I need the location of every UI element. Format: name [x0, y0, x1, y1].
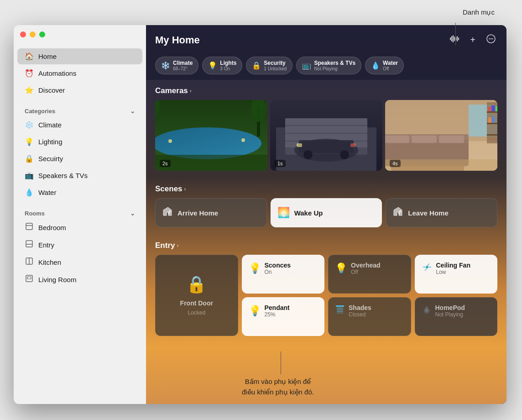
sidebar-item-kitchen[interactable]: Kitchen [17, 254, 142, 270]
sidebar-item-lighting-label: Lighting [38, 138, 63, 146]
device-card-homepod[interactable]: HomePod Not Playing [415, 297, 498, 336]
overhead-row: 💡 Overhead Off [335, 262, 404, 275]
sidebar-item-bedroom[interactable]: Bedroom [17, 219, 142, 236]
cameras-section-header[interactable]: Cameras › [146, 80, 506, 100]
sidebar-item-climate-label: Climate [38, 121, 62, 129]
speakers-status-text: Speakers & TVs Not Playing [314, 60, 355, 71]
minimize-button[interactable] [30, 31, 36, 37]
rooms-section-header: Rooms ⌄ [17, 205, 142, 219]
svg-rect-75 [337, 310, 343, 310]
maximize-button[interactable] [39, 31, 45, 37]
scenes-chevron-icon: › [184, 186, 186, 192]
water-status-text: Water Off [383, 60, 398, 71]
scenes-section-header[interactable]: Scenes › [146, 178, 506, 198]
shades-info: Shades Closed [349, 304, 371, 318]
sidebar-item-discover[interactable]: ⭐ Discover [17, 82, 142, 98]
status-pill-water[interactable]: 💧 Water Off [365, 57, 404, 74]
device-card-ceiling-fan[interactable]: Ceiling Fan Low [415, 255, 498, 294]
status-pill-security[interactable]: 🔒 Security 1 Unlocked [246, 57, 292, 74]
device-card-overhead[interactable]: 💡 Overhead Off [328, 255, 411, 294]
entry-section-header[interactable]: Entry › [146, 235, 506, 255]
svg-rect-55 [488, 117, 491, 123]
overhead-icon: 💡 [335, 262, 347, 274]
lights-status-icon: 💡 [208, 61, 217, 70]
ceiling-fan-info: Ceiling Fan Low [436, 262, 470, 275]
front-door-lock-icon: 🔒 [186, 275, 207, 294]
device-card-sconces[interactable]: 💡 Sconces On [242, 255, 325, 294]
camera-garage-timestamp: 1s [275, 160, 286, 167]
sidebar-item-lighting[interactable]: 💡 Lighting [17, 134, 142, 150]
scene-leave-home-label: Leave Home [408, 209, 448, 217]
annotation-bottom-label: Bấm vào phụ kiện đểđiều khiển phụ kiện đ… [242, 377, 314, 397]
ceiling-fan-row: Ceiling Fan Low [422, 262, 491, 275]
pendant-name: Pendant [265, 304, 290, 311]
sidebar-item-climate[interactable]: ❄️ Climate [17, 117, 142, 133]
camera-grid: 2s [146, 100, 506, 178]
svg-point-64 [169, 210, 171, 212]
security-status-icon: 🔒 [252, 61, 261, 70]
lighting-icon: 💡 [25, 137, 34, 146]
rooms-chevron-icon: ⌄ [130, 210, 135, 217]
entry-chevron-icon: › [177, 242, 178, 249]
shades-icon [335, 304, 345, 317]
scene-arrive-home[interactable]: Arrive Home [155, 198, 267, 227]
sidebar-item-automations[interactable]: ⏰ Automations [17, 65, 142, 81]
sidebar-item-security-label: Secuirty [38, 155, 63, 163]
device-card-pendant[interactable]: 💡 Pendant 25% [242, 297, 325, 336]
front-door-status: Locked [188, 310, 205, 316]
homepod-info: HomePod Not Playing [435, 304, 465, 318]
sidebar-item-living-room[interactable]: Living Room [17, 271, 142, 288]
svg-line-71 [399, 213, 400, 213]
scene-leave-home[interactable]: Leave Home [386, 198, 497, 227]
sidebar-item-entry[interactable]: Entry [17, 236, 142, 253]
camera-living[interactable]: 4s [385, 100, 497, 171]
sidebar-item-automations-label: Automations [38, 69, 76, 77]
status-pill-speakers[interactable]: 📺 Speakers & TVs Not Playing [296, 57, 361, 74]
device-card-shades[interactable]: Shades Closed [328, 297, 411, 336]
sidebar-item-home[interactable]: 🏠 Home [17, 48, 142, 64]
svg-point-41 [303, 150, 313, 159]
ceiling-fan-icon [422, 262, 433, 275]
homepod-row: HomePod Not Playing [422, 304, 491, 318]
svg-rect-0 [26, 223, 32, 230]
camera-garage[interactable]: 1s [270, 100, 382, 171]
close-button[interactable] [20, 31, 26, 37]
main-header: My Home + [146, 25, 506, 53]
status-pill-climate[interactable]: ❄️ Climate 68–72° [155, 57, 198, 74]
svg-rect-11 [454, 37, 455, 41]
sidebar-item-speakers-label: Speakers & TVs [38, 172, 88, 179]
discover-icon: ⭐ [25, 86, 34, 94]
annotation-top-label: Danh mục [463, 8, 495, 16]
svg-rect-7 [27, 277, 31, 279]
add-button[interactable]: + [468, 33, 477, 47]
camera-living-feed [385, 100, 497, 171]
pendant-icon: 💡 [249, 305, 261, 317]
camera-living-timestamp: 4s [390, 160, 401, 167]
shades-status: Closed [349, 311, 371, 318]
traffic-lights [20, 31, 45, 37]
camera-pool[interactable]: 2s [155, 100, 267, 171]
sidebar-item-water[interactable]: 💧 Water [17, 184, 142, 200]
svg-rect-44 [350, 143, 356, 147]
svg-rect-9 [451, 36, 452, 42]
camera-pool-timestamp: 2s [160, 160, 171, 167]
svg-rect-2 [26, 241, 32, 247]
scene-wake-up[interactable]: 🌅 Wake Up [271, 198, 382, 227]
sidebar-item-speakers[interactable]: 📺 Speakers & TVs [17, 168, 142, 184]
categories-label: Categories [25, 108, 55, 115]
arrive-home-icon [162, 206, 173, 220]
overhead-name: Overhead [351, 262, 381, 269]
status-pill-lights[interactable]: 💡 Lights 3 On [202, 57, 242, 74]
more-button[interactable] [485, 32, 497, 47]
pendant-info: Pendant 25% [265, 304, 290, 318]
categories-chevron-icon: ⌄ [130, 108, 135, 115]
svg-point-30 [168, 139, 172, 143]
svg-rect-43 [297, 143, 302, 147]
waveform-button[interactable] [448, 33, 461, 47]
device-card-front-door[interactable]: 🔒 Front Door Locked [155, 255, 238, 336]
sidebar-item-security[interactable]: 🔒 Secuirty [17, 151, 142, 167]
entry-grid: 🔒 Front Door Locked 💡 Sconces On [146, 255, 506, 345]
rooms-label: Rooms [25, 210, 45, 217]
home-icon: 🏠 [25, 52, 34, 61]
shades-row: Shades Closed [335, 304, 404, 318]
